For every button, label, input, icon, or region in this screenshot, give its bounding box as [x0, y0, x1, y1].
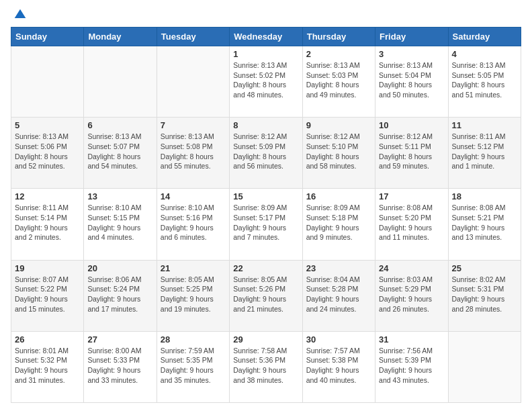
day-cell: 29Sunrise: 7:58 AMSunset: 5:36 PMDayligh…: [230, 331, 302, 402]
day-number: 4: [452, 49, 517, 59]
day-cell: 12Sunrise: 8:11 AMSunset: 5:14 PMDayligh…: [11, 189, 84, 260]
day-cell: 24Sunrise: 8:03 AMSunset: 5:29 PMDayligh…: [375, 260, 448, 331]
day-cell: 16Sunrise: 8:09 AMSunset: 5:18 PMDayligh…: [302, 189, 375, 260]
day-info: Sunrise: 8:12 AMSunset: 5:10 PMDaylight:…: [306, 132, 371, 171]
day-info: Sunrise: 8:04 AMSunset: 5:28 PMDaylight:…: [306, 275, 371, 314]
weekday-sunday: Sunday: [11, 28, 84, 46]
day-info: Sunrise: 8:00 AMSunset: 5:33 PMDaylight:…: [87, 346, 152, 385]
svg-marker-0: [15, 9, 26, 18]
day-number: 28: [161, 334, 226, 345]
day-number: 20: [87, 263, 152, 273]
day-number: 16: [306, 191, 371, 201]
day-info: Sunrise: 8:01 AMSunset: 5:32 PMDaylight:…: [15, 346, 80, 385]
weekday-wednesday: Wednesday: [230, 28, 302, 46]
day-cell: 13Sunrise: 8:10 AMSunset: 5:15 PMDayligh…: [84, 189, 157, 260]
day-number: 30: [306, 334, 371, 345]
day-cell: 20Sunrise: 8:06 AMSunset: 5:24 PMDayligh…: [84, 260, 157, 331]
weekday-header-row: SundayMondayTuesdayWednesdayThursdayFrid…: [11, 28, 521, 46]
logo-icon: [13, 8, 27, 21]
week-row-4: 26Sunrise: 8:01 AMSunset: 5:32 PMDayligh…: [11, 331, 521, 402]
day-number: 10: [379, 120, 444, 130]
day-info: Sunrise: 8:03 AMSunset: 5:29 PMDaylight:…: [379, 275, 444, 314]
week-row-3: 19Sunrise: 8:07 AMSunset: 5:22 PMDayligh…: [11, 260, 521, 331]
day-info: Sunrise: 8:12 AMSunset: 5:11 PMDaylight:…: [379, 132, 444, 171]
calendar-table: SundayMondayTuesdayWednesdayThursdayFrid…: [11, 27, 521, 403]
day-cell: 28Sunrise: 7:59 AMSunset: 5:35 PMDayligh…: [157, 331, 229, 402]
day-info: Sunrise: 7:59 AMSunset: 5:35 PMDaylight:…: [161, 346, 226, 385]
weekday-friday: Friday: [375, 28, 448, 46]
day-cell: 7Sunrise: 8:13 AMSunset: 5:08 PMDaylight…: [157, 118, 229, 189]
day-number: 2: [306, 49, 371, 59]
week-row-2: 12Sunrise: 8:11 AMSunset: 5:14 PMDayligh…: [11, 189, 521, 260]
day-info: Sunrise: 8:11 AMSunset: 5:12 PMDaylight:…: [452, 132, 517, 171]
day-info: Sunrise: 8:11 AMSunset: 5:14 PMDaylight:…: [15, 203, 80, 242]
day-cell: 18Sunrise: 8:08 AMSunset: 5:21 PMDayligh…: [448, 189, 521, 260]
day-cell: 5Sunrise: 8:13 AMSunset: 5:06 PMDaylight…: [11, 118, 84, 189]
day-number: 6: [87, 120, 152, 130]
day-info: Sunrise: 8:10 AMSunset: 5:15 PMDaylight:…: [87, 203, 152, 242]
day-cell: 15Sunrise: 8:09 AMSunset: 5:17 PMDayligh…: [230, 189, 302, 260]
day-number: 17: [379, 191, 444, 201]
day-info: Sunrise: 8:13 AMSunset: 5:06 PMDaylight:…: [15, 132, 80, 171]
day-number: 31: [379, 334, 444, 345]
day-info: Sunrise: 8:08 AMSunset: 5:21 PMDaylight:…: [452, 203, 517, 242]
day-cell: 21Sunrise: 8:05 AMSunset: 5:25 PMDayligh…: [157, 260, 229, 331]
day-cell: 2Sunrise: 8:13 AMSunset: 5:03 PMDaylight…: [302, 46, 375, 118]
day-cell: 9Sunrise: 8:12 AMSunset: 5:10 PMDaylight…: [302, 118, 375, 189]
day-info: Sunrise: 8:13 AMSunset: 5:08 PMDaylight:…: [161, 132, 226, 171]
day-cell: 23Sunrise: 8:04 AMSunset: 5:28 PMDayligh…: [302, 260, 375, 331]
day-cell: 14Sunrise: 8:10 AMSunset: 5:16 PMDayligh…: [157, 189, 229, 260]
day-number: 21: [161, 263, 226, 273]
day-info: Sunrise: 8:05 AMSunset: 5:26 PMDaylight:…: [233, 275, 298, 314]
day-cell: 1Sunrise: 8:13 AMSunset: 5:02 PMDaylight…: [230, 46, 302, 118]
day-number: 27: [87, 334, 152, 345]
day-info: Sunrise: 8:13 AMSunset: 5:07 PMDaylight:…: [87, 132, 152, 171]
day-info: Sunrise: 7:57 AMSunset: 5:38 PMDaylight:…: [306, 346, 371, 385]
day-info: Sunrise: 8:13 AMSunset: 5:05 PMDaylight:…: [452, 60, 517, 100]
day-cell: 30Sunrise: 7:57 AMSunset: 5:38 PMDayligh…: [302, 331, 375, 402]
day-number: 12: [15, 191, 80, 201]
weekday-thursday: Thursday: [302, 28, 375, 46]
day-info: Sunrise: 8:02 AMSunset: 5:31 PMDaylight:…: [452, 275, 517, 314]
day-number: 7: [161, 120, 226, 130]
day-info: Sunrise: 8:07 AMSunset: 5:22 PMDaylight:…: [15, 275, 80, 314]
weekday-tuesday: Tuesday: [157, 28, 229, 46]
day-info: Sunrise: 8:09 AMSunset: 5:18 PMDaylight:…: [306, 203, 371, 242]
day-info: Sunrise: 8:13 AMSunset: 5:02 PMDaylight:…: [233, 60, 298, 100]
day-number: 1: [233, 49, 298, 59]
day-cell: 11Sunrise: 8:11 AMSunset: 5:12 PMDayligh…: [448, 118, 521, 189]
day-cell: 10Sunrise: 8:12 AMSunset: 5:11 PMDayligh…: [375, 118, 448, 189]
week-row-0: 1Sunrise: 8:13 AMSunset: 5:02 PMDaylight…: [11, 46, 521, 118]
day-number: 19: [15, 263, 80, 273]
day-cell: 22Sunrise: 8:05 AMSunset: 5:26 PMDayligh…: [230, 260, 302, 331]
day-number: 23: [306, 263, 371, 273]
day-number: 25: [452, 263, 517, 273]
day-cell: 4Sunrise: 8:13 AMSunset: 5:05 PMDaylight…: [448, 46, 521, 118]
day-cell: 31Sunrise: 7:56 AMSunset: 5:39 PMDayligh…: [375, 331, 448, 402]
day-cell: 8Sunrise: 8:12 AMSunset: 5:09 PMDaylight…: [230, 118, 302, 189]
day-cell: [84, 46, 157, 118]
day-number: 29: [233, 334, 298, 345]
day-number: 5: [15, 120, 80, 130]
day-number: 8: [233, 120, 298, 130]
day-info: Sunrise: 8:13 AMSunset: 5:04 PMDaylight:…: [379, 60, 444, 100]
day-cell: 3Sunrise: 8:13 AMSunset: 5:04 PMDaylight…: [375, 46, 448, 118]
day-number: 26: [15, 334, 80, 345]
day-number: 15: [233, 191, 298, 201]
day-cell: [448, 331, 521, 402]
day-number: 22: [233, 263, 298, 273]
day-cell: 25Sunrise: 8:02 AMSunset: 5:31 PMDayligh…: [448, 260, 521, 331]
day-number: 11: [452, 120, 517, 130]
day-info: Sunrise: 7:56 AMSunset: 5:39 PMDaylight:…: [379, 346, 444, 385]
day-number: 3: [379, 49, 444, 59]
day-info: Sunrise: 8:10 AMSunset: 5:16 PMDaylight:…: [161, 203, 226, 242]
day-cell: 17Sunrise: 8:08 AMSunset: 5:20 PMDayligh…: [375, 189, 448, 260]
header: [11, 8, 521, 21]
day-info: Sunrise: 8:12 AMSunset: 5:09 PMDaylight:…: [233, 132, 298, 171]
day-cell: 27Sunrise: 8:00 AMSunset: 5:33 PMDayligh…: [84, 331, 157, 402]
day-info: Sunrise: 8:06 AMSunset: 5:24 PMDaylight:…: [87, 275, 152, 314]
day-info: Sunrise: 8:08 AMSunset: 5:20 PMDaylight:…: [379, 203, 444, 242]
day-cell: 19Sunrise: 8:07 AMSunset: 5:22 PMDayligh…: [11, 260, 84, 331]
weekday-saturday: Saturday: [448, 28, 521, 46]
day-number: 18: [452, 191, 517, 201]
